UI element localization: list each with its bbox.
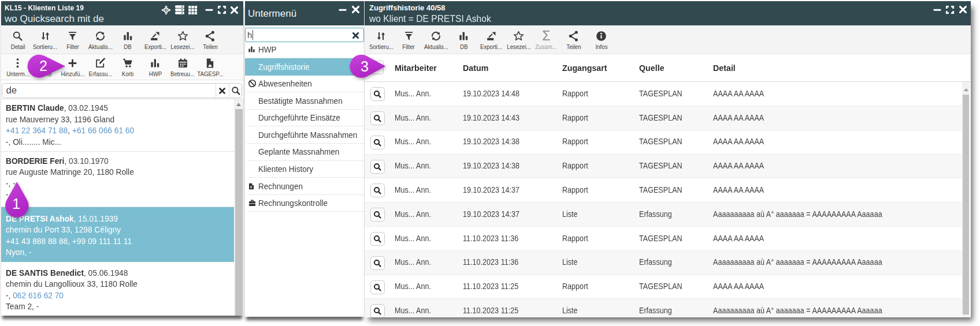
svg-text:2: 2 [39,58,47,74]
svg-text:3: 3 [361,58,369,74]
svg-text:1: 1 [12,196,20,212]
